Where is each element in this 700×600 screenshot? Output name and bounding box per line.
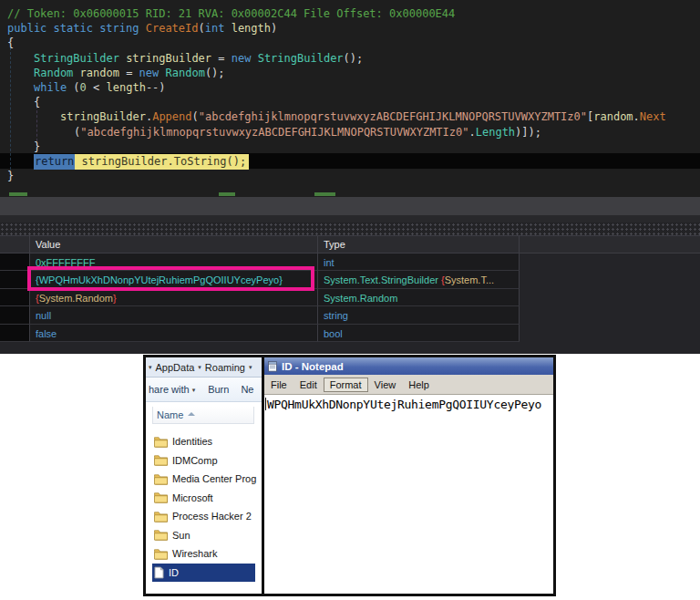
name-cell bbox=[0, 271, 30, 288]
text-token: = bbox=[218, 52, 231, 65]
folder-icon bbox=[154, 436, 168, 448]
notepad-text: WPQHmUkXhDNonpYUtejRuhiemPgQOIIUYceyPeyo bbox=[267, 398, 541, 411]
code-line: Random random = new Random(); bbox=[7, 66, 700, 80]
type-column-header[interactable]: Type bbox=[318, 236, 520, 253]
explorer-item-sun[interactable]: Sun bbox=[152, 526, 262, 545]
text-token: )]); bbox=[515, 126, 541, 139]
empty-column-header bbox=[520, 236, 700, 253]
explorer-item-identities[interactable]: Identities bbox=[152, 432, 262, 451]
text-token: int bbox=[205, 22, 225, 35]
type-cell[interactable]: int bbox=[318, 253, 520, 271]
menu-item-format[interactable]: Format bbox=[324, 378, 368, 392]
code-line: public static string CreateId(int length… bbox=[7, 21, 700, 36]
menu-item-file[interactable]: File bbox=[264, 378, 293, 392]
folder-icon bbox=[154, 529, 168, 541]
text-token: (); bbox=[205, 67, 225, 79]
chevron-down-icon[interactable]: ▾ bbox=[249, 364, 252, 370]
dotted-grip-strip bbox=[0, 222, 700, 235]
text-token: --) bbox=[146, 81, 166, 94]
code-line: } bbox=[7, 169, 700, 183]
explorer-item-wireshark[interactable]: Wireshark bbox=[152, 544, 262, 564]
chevron-down-icon[interactable]: ▾ bbox=[149, 364, 152, 370]
locals-row[interactable]: falsebool bbox=[0, 325, 700, 342]
notepad-menubar: File Edit Format View Help bbox=[264, 375, 553, 395]
bottom-area: ▾ AppData ▾ Roaming ▾ hare with ▾ Burn N… bbox=[0, 354, 700, 600]
text-token: CreateId bbox=[146, 22, 199, 35]
text-caret bbox=[265, 398, 266, 410]
code-lines: // Token: 0x06000015 RID: 21 RVA: 0x0000… bbox=[7, 6, 700, 183]
text-token: Random bbox=[159, 67, 205, 79]
text-token: // Token: 0x06000015 RID: 21 RVA: 0x0000… bbox=[7, 7, 455, 20]
window-title: ID - Notepad bbox=[282, 361, 344, 372]
text-token: ( bbox=[192, 110, 199, 123]
text-token: length bbox=[224, 22, 271, 35]
new-folder-button[interactable]: Ne bbox=[241, 384, 253, 395]
explorer-item-microsoft[interactable]: Microsoft bbox=[152, 489, 262, 508]
code-line: stringBuilder.Append("abcdefghijklmnopqr… bbox=[7, 109, 700, 124]
name-column-header[interactable] bbox=[0, 236, 30, 253]
text-token: { bbox=[7, 36, 14, 49]
empty-cell bbox=[520, 271, 700, 288]
text-token: stringBuilder bbox=[60, 110, 146, 123]
name-cell bbox=[0, 289, 30, 306]
type-cell[interactable]: string bbox=[318, 306, 520, 324]
value-cell[interactable]: {System.Random} bbox=[30, 289, 318, 306]
locals-row[interactable]: {System.Random}System.Random bbox=[0, 289, 700, 306]
code-line: StringBuilder stringBuilder = new String… bbox=[7, 51, 700, 66]
breadcrumb-item-appdata[interactable]: AppData bbox=[156, 362, 195, 373]
text-token: int bbox=[324, 257, 335, 268]
chevron-down-icon[interactable]: ▾ bbox=[192, 387, 196, 393]
text-token: 0 bbox=[80, 81, 87, 94]
current-statement-line: return stringBuilder.ToString(); bbox=[7, 154, 700, 169]
item-label: Process Hacker 2 bbox=[172, 511, 252, 522]
file-list-pane: Name IdentitiesIDMCompMedia Center ProgM… bbox=[146, 402, 262, 594]
text-token: "abcdefghijklmnopqrstuvwxyzABCDEFGHIJKLM… bbox=[199, 110, 587, 123]
code-line: { bbox=[7, 36, 700, 50]
window-chrome-strip bbox=[0, 197, 700, 215]
name-column-header[interactable]: Name bbox=[152, 407, 254, 424]
notepad-window: ID - Notepad File Edit Format View Help … bbox=[262, 357, 553, 594]
text-token: bool bbox=[324, 328, 343, 339]
text-token: { bbox=[34, 96, 40, 109]
value-cell[interactable]: false bbox=[30, 325, 318, 342]
text-token: System.Text.StringBuilder bbox=[324, 274, 441, 285]
type-cell[interactable]: System.Random bbox=[318, 289, 520, 306]
folder-icon bbox=[154, 454, 168, 466]
notepad-text-area[interactable]: WPQHmUkXhDNonpYUtejRuhiemPgQOIIUYceyPeyo bbox=[264, 395, 553, 594]
menu-item-edit[interactable]: Edit bbox=[293, 378, 324, 392]
cropped-text-remnant bbox=[9, 192, 27, 196]
value-column-header[interactable]: Value bbox=[30, 236, 318, 253]
folder-icon bbox=[154, 548, 168, 560]
locals-row[interactable]: nullstring bbox=[0, 306, 700, 324]
window-chrome-strip bbox=[0, 215, 700, 222]
menu-item-view[interactable]: View bbox=[368, 378, 403, 392]
text-token: } bbox=[34, 140, 40, 153]
text-token: stringBuilder bbox=[119, 52, 218, 65]
text-token: null bbox=[36, 310, 51, 321]
text-token: new bbox=[232, 52, 252, 65]
breadcrumb-item-roaming[interactable]: Roaming bbox=[205, 362, 245, 373]
text-token: Length bbox=[476, 126, 515, 139]
menu-item-help[interactable]: Help bbox=[402, 378, 436, 392]
text-token: string bbox=[324, 310, 348, 321]
type-cell[interactable]: bool bbox=[318, 325, 520, 342]
share-with-button[interactable]: hare with bbox=[149, 384, 190, 395]
item-label: Wireshark bbox=[172, 548, 218, 559]
type-cell[interactable]: System.Text.StringBuilder {System.T... bbox=[318, 271, 520, 288]
item-label: Identities bbox=[172, 436, 212, 447]
explorer-item-id[interactable]: ID bbox=[152, 564, 255, 583]
burn-button[interactable]: Burn bbox=[208, 384, 229, 395]
cropped-text-remnant bbox=[219, 192, 235, 196]
composite-screenshot: ▾ AppData ▾ Roaming ▾ hare with ▾ Burn N… bbox=[143, 355, 556, 596]
explorer-item-media-center-prog[interactable]: Media Center Prog bbox=[152, 470, 262, 489]
column-header-label: Name bbox=[157, 409, 183, 420]
locals-panel: Value Type 0xFFFFFFFFint{WPQHmUkXhDNonpY… bbox=[0, 235, 700, 354]
explorer-item-process-hacker-2[interactable]: Process Hacker 2 bbox=[152, 507, 262, 526]
code-line: // Token: 0x06000015 RID: 21 RVA: 0x0000… bbox=[7, 6, 700, 21]
chevron-down-icon[interactable]: ▾ bbox=[198, 364, 201, 370]
item-label: IDMComp bbox=[172, 455, 218, 466]
breadcrumb: ▾ AppData ▾ Roaming ▾ bbox=[146, 357, 262, 378]
value-cell[interactable]: null bbox=[30, 306, 318, 324]
explorer-item-idmcomp[interactable]: IDMComp bbox=[152, 451, 262, 471]
name-cell bbox=[0, 325, 30, 342]
